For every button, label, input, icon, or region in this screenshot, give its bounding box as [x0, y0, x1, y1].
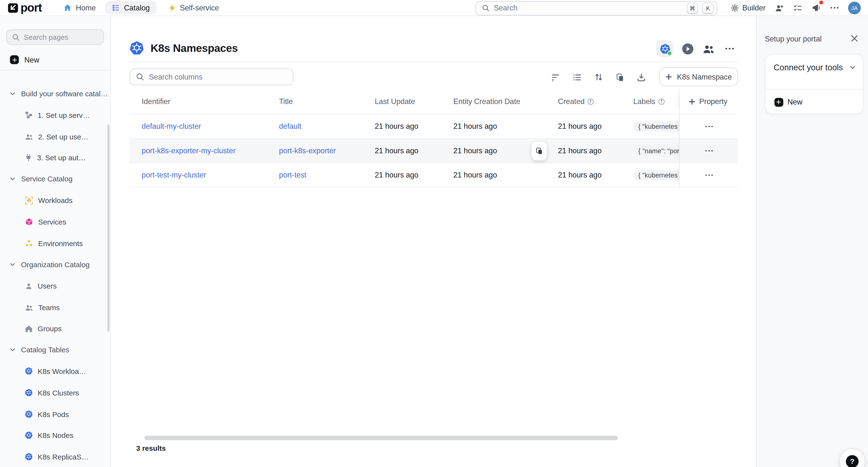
sidebar-item-users[interactable]: Users: [0, 275, 110, 297]
title-link[interactable]: default: [279, 122, 301, 130]
tasks-button[interactable]: [793, 4, 802, 12]
search-columns-input[interactable]: Search columns: [130, 69, 293, 85]
setup-card: Connect your tools New: [765, 54, 863, 114]
sidebar-item-label: 3. Set up aut…: [37, 154, 86, 162]
sidebar-item-label: Teams: [38, 303, 60, 311]
global-search-input[interactable]: Search ⌘ K: [475, 1, 717, 15]
created-cell: 21 hours ago: [558, 122, 633, 130]
sidebar-new-button[interactable]: New: [6, 52, 104, 68]
labels-chip[interactable]: { "kubernetes: [633, 121, 679, 131]
sidebar-item-k8s-clusters[interactable]: K8s Clusters: [0, 382, 110, 403]
table-row[interactable]: port-k8s-exporter-my-cluster port-k8s-ex…: [130, 139, 738, 163]
setup-panel-title: Setup your portal: [765, 35, 822, 43]
col-header-created[interactable]: Created: [558, 97, 633, 105]
horizontal-scrollbar[interactable]: [145, 436, 618, 440]
sidebar-item-k8s-pods[interactable]: K8s Pods: [0, 403, 110, 425]
page-menu-button[interactable]: [723, 45, 736, 52]
download-button[interactable]: [637, 72, 646, 82]
app-window: port Home Catalog Self-service: [0, 0, 868, 467]
sidebar-item-setup-automations[interactable]: 3. Set up aut…: [0, 147, 110, 169]
nav-catalog[interactable]: Catalog: [105, 1, 156, 14]
sidebar-section-service-catalog[interactable]: Service Catalog: [0, 168, 110, 189]
sidebar-item-label: K8s Workloa…: [38, 367, 86, 375]
add-k8s-namespace-button[interactable]: K8s Namespace: [659, 67, 738, 86]
copy-cell-button[interactable]: [531, 142, 547, 161]
more-icon: [705, 149, 713, 152]
table-header-row: Identifier Title Last Update Entity Crea…: [130, 89, 738, 114]
group-by-button[interactable]: [572, 73, 582, 81]
chevron-down-icon: [849, 64, 856, 71]
chevron-down-icon: [9, 261, 16, 267]
port-logo-icon: [8, 2, 18, 13]
plus-icon: [665, 73, 672, 80]
col-header-labels[interactable]: Labels: [633, 97, 679, 105]
run-action-button[interactable]: [681, 42, 694, 55]
download-icon: [637, 72, 646, 82]
sidebar-item-k8s-replicasets[interactable]: K8s ReplicaS…: [0, 446, 110, 467]
duplicate-button[interactable]: [616, 73, 624, 81]
identifier-link[interactable]: port-test-my-cluster: [142, 171, 206, 179]
row-menu-button[interactable]: [703, 172, 715, 178]
identifier-link[interactable]: default-my-cluster: [142, 122, 201, 130]
add-property-button[interactable]: Property: [679, 89, 738, 114]
invite-users-button[interactable]: [775, 4, 784, 12]
builder-button[interactable]: Builder: [731, 4, 766, 12]
col-header-identifier[interactable]: Identifier: [130, 97, 279, 105]
user-avatar[interactable]: JA: [848, 1, 861, 14]
people-icon: [703, 43, 715, 54]
connect-tools-toggle[interactable]: Connect your tools: [765, 55, 863, 90]
person-add-icon: [775, 4, 784, 12]
sidebar-section-organization-catalog[interactable]: Organization Catalog: [0, 254, 110, 275]
labels-chip[interactable]: { "name": "por: [633, 145, 679, 156]
filter-button[interactable]: [551, 73, 560, 81]
port-logo[interactable]: port: [8, 0, 42, 15]
setup-new-button[interactable]: New: [765, 90, 863, 114]
sidebar-search-input[interactable]: Search pages: [6, 29, 104, 45]
chevron-down-icon: [9, 346, 16, 353]
more-options-button[interactable]: [830, 6, 839, 9]
sidebar-item-k8s-workloads[interactable]: K8s Workloa…: [0, 360, 110, 382]
labels-chip[interactable]: { "kubernetes: [633, 170, 679, 180]
plus-icon: [689, 98, 695, 105]
title-link[interactable]: port-test: [279, 171, 306, 179]
checklist-icon: [793, 4, 802, 12]
builder-label: Builder: [742, 4, 766, 12]
sidebar-section-catalog-tables[interactable]: Catalog Tables: [0, 339, 110, 360]
col-header-title[interactable]: Title: [279, 97, 375, 105]
col-header-entity-creation-date[interactable]: Entity Creation Date: [454, 97, 558, 105]
nav-self-service[interactable]: Self-service: [169, 0, 219, 15]
row-menu-button[interactable]: [703, 123, 715, 130]
search-icon: [482, 4, 489, 12]
sidebar-item-k8s-nodes[interactable]: K8s Nodes: [0, 424, 110, 446]
col-header-last-update[interactable]: Last Update: [375, 97, 454, 105]
table-row[interactable]: default-my-cluster default 21 hours ago …: [130, 114, 738, 139]
sort-button[interactable]: [594, 72, 603, 82]
cube-icon: [25, 218, 33, 226]
sidebar-new-label: New: [24, 56, 39, 64]
sidebar-section-build[interactable]: Build your software catal…: [0, 83, 110, 104]
row-menu-button[interactable]: [703, 147, 715, 154]
audience-button[interactable]: [703, 43, 715, 54]
title-link[interactable]: port-k8s-exporter: [279, 146, 336, 155]
top-navbar: port Home Catalog Self-service: [0, 0, 868, 16]
sidebar-item-teams[interactable]: Teams: [0, 297, 110, 319]
dots-cluster-icon: [25, 240, 33, 247]
identifier-link[interactable]: port-k8s-exporter-my-cluster: [142, 146, 236, 155]
sidebar-search-placeholder: Search pages: [24, 33, 68, 41]
sidebar-item-setup-users[interactable]: 2. Set up use…: [0, 126, 110, 147]
sidebar-item-setup-service[interactable]: 1. Set up serv…: [0, 104, 110, 126]
sidebar-item-environments[interactable]: Environments: [0, 233, 110, 254]
close-icon[interactable]: [851, 35, 858, 42]
people-icon: [25, 304, 33, 311]
table-row[interactable]: port-test-my-cluster port-test 21 hours …: [130, 163, 738, 188]
announcements-button[interactable]: [811, 3, 821, 12]
data-source-button[interactable]: [657, 40, 673, 57]
sidebar-scrollbar[interactable]: [107, 124, 110, 332]
sidebar-item-groups[interactable]: Groups: [0, 318, 110, 339]
sidebar-item-workloads[interactable]: Workloads: [0, 189, 110, 211]
search-columns-placeholder: Search columns: [149, 73, 203, 81]
sidebar-item-services[interactable]: Services: [0, 211, 110, 233]
sidebar-item-label: K8s Nodes: [38, 431, 73, 439]
nav-home[interactable]: Home: [64, 0, 96, 15]
kubernetes-icon: [25, 367, 33, 375]
